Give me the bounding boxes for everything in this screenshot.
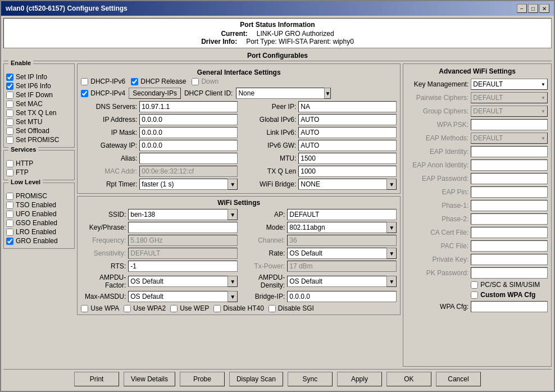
wifi-settings-title: WiFi Settings [81,199,397,207]
eap-methods-select[interactable]: DEFAULT ▼ [471,133,548,144]
use-wpa2-checkbox[interactable] [124,305,131,312]
dhcp-client-id-input[interactable]: None [236,88,324,99]
set-tx-q-len-checkbox[interactable] [6,110,13,117]
ssid-input[interactable] [128,209,228,220]
mode-input[interactable] [287,222,386,233]
http-checkbox[interactable] [6,160,13,167]
dns-servers-label: DNS Servers: [81,103,137,111]
ipv6-gw-input[interactable] [298,140,397,151]
lro-enabled-checkbox[interactable] [6,229,13,236]
key-phrase-input[interactable] [128,222,238,233]
dhcp-ipv6-checkbox[interactable] [81,78,88,85]
dns-servers-input[interactable] [139,101,238,112]
gso-enabled-checkbox[interactable] [6,220,13,227]
pk-password-label: PK Password: [407,269,468,277]
pairwise-ciphers-label: Pairwise Ciphers: [407,94,468,102]
ufo-enabled-checkbox[interactable] [6,211,13,218]
cancel-button[interactable]: Cancel [436,372,481,386]
ca-cert-input[interactable] [471,227,548,238]
eap-methods-arrow-icon: ▼ [541,136,545,141]
link-ipv6-input[interactable] [298,127,397,138]
set-mtu-checkbox[interactable] [6,118,13,126]
ampdu-density-input[interactable] [287,276,386,287]
rate-input[interactable] [287,248,386,259]
peer-ip-input[interactable] [298,101,397,112]
pac-file-input[interactable] [471,240,548,252]
wpa-cfg-input[interactable] [471,301,548,312]
use-wep-checkbox[interactable] [170,305,178,312]
ip-mask-input[interactable] [139,127,238,138]
eap-pin-input[interactable] [471,186,548,198]
mtu-input[interactable] [298,153,397,164]
ampdu-factor-input[interactable] [128,276,228,287]
rate-dropdown[interactable]: ▼ [386,248,397,259]
ok-button[interactable]: OK [386,372,431,386]
group-ciphers-select[interactable]: DEFAULT ▼ [471,106,548,117]
bridge-ip-label: Bridge-IP: [240,293,285,300]
secondary-ips-button[interactable]: Secondary-IPs [129,88,181,99]
ap-input[interactable] [287,209,397,220]
rts-input[interactable] [128,261,238,272]
maximize-button[interactable]: □ [528,4,538,13]
set-ip6-info-checkbox[interactable] [6,83,13,90]
dhcp-client-id-dropdown[interactable]: ▼ [324,88,331,99]
disable-sgi-checkbox[interactable] [269,305,276,312]
set-ip-info-checkbox[interactable] [6,74,13,81]
promisc-checkbox[interactable] [6,193,13,200]
max-amsdu-input[interactable] [128,291,228,302]
ampdu-density-dropdown[interactable]: ▼ [386,276,397,287]
set-offload-checkbox[interactable] [6,127,13,135]
display-scan-button[interactable]: Display Scan [229,372,283,386]
bridge-ip-input[interactable] [287,291,397,302]
eap-anon-identity-input[interactable] [471,159,548,171]
phase1-input[interactable] [471,200,548,211]
minimize-button[interactable]: − [517,4,527,13]
set-promisc-label: Set PROMISC [16,136,59,144]
set-promisc-checkbox[interactable] [6,136,13,144]
probe-button[interactable]: Probe [180,372,225,386]
down-checkbox[interactable] [192,78,199,85]
custom-wpa-checkbox[interactable] [471,291,478,299]
mode-dropdown[interactable]: ▼ [386,222,397,233]
gateway-ip-input[interactable] [139,140,238,151]
ssid-dropdown[interactable]: ▼ [228,209,238,220]
eap-password-input[interactable] [471,173,548,184]
ip-address-input[interactable] [139,114,238,125]
wpa-psk-input[interactable] [471,119,548,130]
key-mgmt-select[interactable]: DEFAULT ▼ [471,79,548,90]
ampdu-factor-dropdown[interactable]: ▼ [228,276,238,287]
use-wpa-checkbox[interactable] [81,305,88,312]
pk-password-input[interactable] [471,267,548,279]
apply-button[interactable]: Apply [337,372,382,386]
eap-identity-input[interactable] [471,146,548,157]
wifi-bridge-input[interactable] [298,179,386,190]
dhcp-release-checkbox[interactable] [131,78,138,85]
sensitivity-label: Sensitivity: [81,249,126,257]
gro-enabled-checkbox[interactable] [6,238,13,245]
rpt-timer-dropdown[interactable]: ▼ [228,179,238,190]
wpa-psk-label: WPA PSK: [407,121,468,129]
print-button[interactable]: Print [74,372,119,386]
disable-ht40-checkbox[interactable] [213,305,221,312]
ftp-label: FTP [16,168,29,176]
wifi-bridge-dropdown[interactable]: ▼ [386,179,397,190]
set-if-down-checkbox[interactable] [6,92,13,99]
rpt-timer-input[interactable] [139,179,228,190]
view-details-button[interactable]: View Details [124,372,175,386]
max-amsdu-dropdown[interactable]: ▼ [228,291,238,302]
pac-file-label: PAC File: [407,242,468,250]
alias-input[interactable] [139,153,238,164]
pairwise-ciphers-select[interactable]: DEFAULT ▼ [471,92,548,103]
tx-q-len-input[interactable] [298,166,397,177]
pc-sc-checkbox[interactable] [471,281,478,289]
ftp-checkbox[interactable] [6,169,13,176]
sync-button[interactable]: Sync [288,372,333,386]
phase2-input[interactable] [471,213,548,225]
tso-enabled-checkbox[interactable] [6,202,13,209]
close-button[interactable]: ✕ [539,4,549,13]
set-mac-checkbox[interactable] [6,101,13,108]
dhcp-ipv4-checkbox[interactable] [81,90,88,97]
global-ipv6-input[interactable] [298,114,397,125]
private-key-input[interactable] [471,254,548,265]
ap-label: AP: [240,211,285,218]
